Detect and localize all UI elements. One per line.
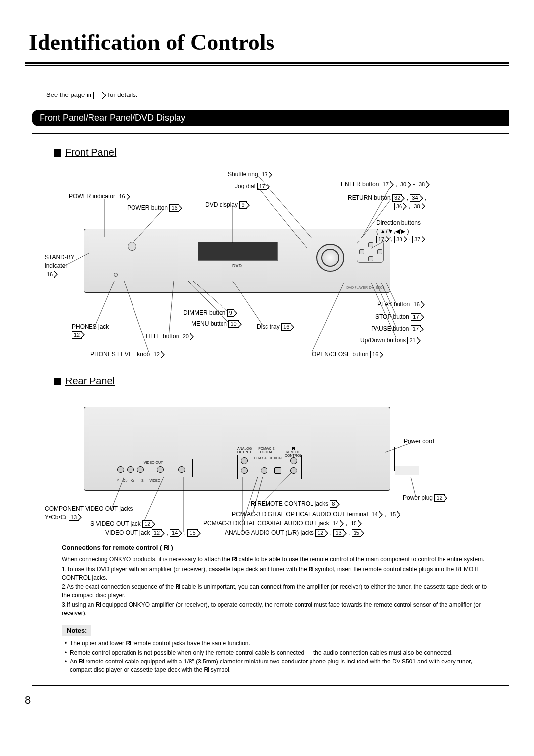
divider-thin [25,65,509,66]
note-3: An RI remote control cable equipped with… [65,658,496,674]
label-phones: PHONES jack12 [72,323,109,339]
step-1: 1.To use this DVD player with an amplifi… [62,566,496,582]
divider-thick [25,62,509,64]
phones-jack-icon [114,273,118,277]
analog-label: ANALOGOUTPUT [237,447,251,454]
pcm-label: PCM/AC-3DIGITAL [258,447,275,454]
label-optical: PCM/AC-3 DIGITAL OPTICAL AUDIO OUT termi… [232,510,400,519]
label-title: TITLE button 20 [145,332,194,341]
label-power-plug: Power plug 12 [403,494,447,502]
diagram-frame: Front Panel DVD PLAYER DV-S501 [32,133,509,686]
label-shuttle-ring: Shuttle ring 17 [228,170,272,179]
notes-list: The upper and lower RI remote control ja… [65,639,496,674]
reference-icon [102,92,106,99]
label-dimmer: DIMMER button 9 [183,309,237,317]
rear-panel-heading: Rear Panel [54,374,496,388]
power-plug-icon [395,466,419,475]
note-1: The upper and lower RI remote control ja… [65,639,496,648]
section-heading: Front Panel/Rear Panel/DVD Display [32,110,509,126]
model-label: DVD PLAYER DV-S501 [346,285,385,290]
label-play: PLAY button 16 [377,300,425,309]
label-standby: STAND-BYindicator16 [45,253,75,278]
step-3: 3.If using an RI equipped ONKYO amplifie… [62,601,496,617]
front-panel-diagram: DVD PLAYER DV-S501 [45,164,496,372]
label-enter-button: ENTER button 17 , 30 - 38 [341,180,430,189]
page-number: 8 [25,693,509,708]
ri-panel-label: RIREMOTECONTROL [285,447,302,457]
notes-heading: Notes: [62,625,91,636]
label-openclose: OPEN/CLOSE button 16 [312,350,383,359]
video-out-box: VIDEO OUT [114,459,193,477]
label-stop: STOP button 17 [375,313,424,321]
label-coax: PCM/AC-3 DIGITAL COAXIAL AUDIO OUT jack … [203,520,362,528]
label-ri-remote: RI REMOTE CONTROL jacks 8 [251,500,340,508]
label-jog-dial: Jog dial 17 [235,182,270,190]
jog-dial-icon [321,249,339,267]
rear-panel-diagram: VIDEO OUT ANALOGOUTPUT PCM/AC-3DIGITAL R… [45,393,496,536]
coax-opt-label: COAXIAL OPTICAL [254,456,283,460]
label-menu: MENU button 10 [191,320,242,328]
step-2: 2.As the exact connection sequence of th… [62,583,496,600]
label-return-button: RETURN button 32 , 34 ,36 , 38 [348,194,426,211]
label-svideo: S VIDEO OUT jack 12 [90,520,155,528]
label-pause: PAUSE button 17 [371,325,424,333]
label-power-indicator: POWER indicator 16 [69,192,130,201]
ycbcr-label: Y Cb Cr S VIDEO [117,478,160,483]
device-rear-illustration: VIDEO OUT ANALOGOUTPUT PCM/AC-3DIGITAL R… [84,407,390,491]
label-analog: ANALOG AUDIO OUT (L/R) jacks 12 , 13 , 1… [225,529,364,537]
direction-pad-icon [357,241,384,263]
label-phones-level: PHONES LEVEL knob 12 [90,350,165,359]
label-disc-tray: Disc tray 16 [257,323,294,331]
label-updown: Up/Down buttons 21 [360,336,421,345]
page-title: Identification of Controls [29,27,505,58]
front-panel-heading: Front Panel [54,145,496,159]
intro-text: See the page in for details. [46,91,509,99]
label-component: COMPONENT VIDEO OUT jacksY•Cb•Cr 13 [45,505,133,521]
label-dvd-display: DVD display 9 [205,201,250,209]
device-front-illustration: DVD PLAYER DV-S501 [84,229,390,293]
label-power-cord: Power cord [404,437,434,446]
connections-heading: Connections for remote control ( RI ) [62,543,496,552]
label-video: VIDEO OUT jack 12 , 14 , 15 [105,529,201,537]
connections-steps: 1.To use this DVD player with an amplifi… [62,566,496,617]
connections-intro: When connecting ONKYO products, it is ne… [62,555,496,564]
note-2: Remote control operation is not possible… [65,649,496,657]
svg-line-13 [312,283,344,352]
label-power-button: POWER button 16 [127,204,182,212]
label-direction-buttons: Direction buttons( ▲/▼,◀/▶ )17 , 30 - 37 [376,219,425,243]
power-button-icon [128,242,136,251]
